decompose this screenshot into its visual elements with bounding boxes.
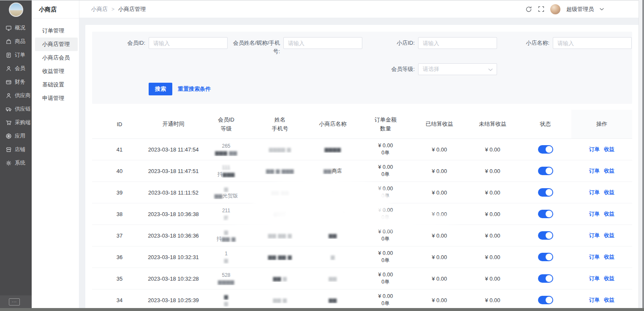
toggle-knob: [546, 168, 552, 174]
breadcrumb-item[interactable]: 小商店: [91, 5, 108, 13]
status-toggle[interactable]: [538, 188, 553, 197]
brand-logo[interactable]: [9, 3, 23, 17]
cell-id: 34: [92, 297, 147, 303]
action-link-earnings[interactable]: 收益: [604, 233, 614, 238]
sidebar-item-apps[interactable]: 应用: [0, 129, 32, 143]
scrollbar-track[interactable]: [639, 0, 642, 311]
sidebar-item-overview[interactable]: 概况: [0, 21, 32, 35]
member-id-input[interactable]: [149, 37, 228, 49]
sidebar-item-orders[interactable]: 订单: [0, 48, 32, 62]
refresh-icon[interactable]: [525, 6, 532, 13]
order-count: 0单: [358, 279, 413, 286]
action-link-orders[interactable]: 订单: [589, 211, 600, 217]
clipboard-icon: [5, 52, 12, 58]
action-link-orders[interactable]: 订单: [589, 297, 600, 303]
action-link-earnings[interactable]: 收益: [604, 211, 614, 217]
column-header-line: 手机号: [253, 125, 307, 133]
status-toggle[interactable]: [538, 210, 553, 218]
menu-item-3[interactable]: 收益管理: [32, 65, 79, 78]
sidebar-item-supply-chain[interactable]: 供应链: [0, 102, 32, 116]
member-level-select[interactable]: 请选择: [418, 63, 497, 75]
cell-shop: ▆: [307, 189, 358, 196]
column-header-4: 小商店名称: [307, 110, 358, 138]
order-amount: ¥ 0.00: [358, 207, 413, 214]
sidebar-item-suppliers[interactable]: 供应商: [0, 89, 32, 102]
order-count: 0单: [358, 149, 413, 157]
action-link-earnings[interactable]: 收益: [604, 276, 614, 281]
menu-item-1[interactable]: 小商店管理: [35, 38, 78, 51]
sidebar-item-members[interactable]: 会员: [0, 62, 32, 75]
sidebar-item-system[interactable]: 系统: [0, 156, 32, 170]
module-title: 小商店: [32, 0, 79, 19]
user-name[interactable]: 超级管理员: [566, 5, 594, 13]
reset-search-link[interactable]: 重置搜索条件: [178, 85, 211, 93]
redacted-text: ▆▆: [329, 276, 337, 281]
menu-item-5[interactable]: 申请管理: [32, 92, 79, 105]
action-link-earnings[interactable]: 收益: [604, 146, 614, 152]
action-link-orders[interactable]: 订单: [589, 276, 600, 281]
cell-line: 抖▆▆▆: [200, 171, 253, 178]
status-toggle[interactable]: [538, 231, 553, 240]
table-body: 412023-03-18 11:47:54265▆▆▆ ▆▆▆▆▆▆ ▆▆▆▆▆…: [92, 139, 632, 311]
action-link-earnings[interactable]: 收益: [604, 254, 614, 260]
menu-item-2[interactable]: 小商店会员: [32, 51, 79, 65]
cell-status: [519, 296, 571, 304]
chevron-down-icon[interactable]: [600, 8, 604, 11]
breadcrumb-separator: >: [111, 6, 114, 12]
cell-opened-at: 2023-03-18 10:32:31: [147, 254, 200, 260]
shop-id-input[interactable]: [418, 37, 497, 49]
action-link-orders[interactable]: 订单: [589, 189, 600, 195]
cell-line: ▆▆ ▆: [253, 297, 307, 303]
cell-unsettled: ¥ 0.00: [466, 211, 519, 217]
cell-unsettled: ¥ 0.00: [466, 146, 519, 153]
status-toggle[interactable]: [538, 167, 553, 175]
status-toggle[interactable]: [538, 296, 553, 304]
status-toggle[interactable]: [538, 145, 553, 154]
table-row: 352023-03-18 10:32:28528▆▆▆▆▆▆ ▆▆▆¥ 0.00…: [92, 268, 632, 289]
cell-member: 1▆: [200, 250, 253, 264]
redacted-text: ▆▆▆▆: [218, 279, 234, 285]
menu-item-0[interactable]: 订单管理: [32, 24, 79, 38]
header-right: 超级管理员: [525, 4, 604, 14]
redacted-text: ▆▆: [323, 168, 332, 174]
cell-name: ▆▆ ▆ ▆▆▆: [253, 168, 307, 174]
toggle-knob: [546, 211, 552, 217]
fullscreen-icon[interactable]: [538, 6, 544, 12]
action-link-orders[interactable]: 订单: [589, 168, 600, 174]
cell-line: 抖▆▆ ▆: [200, 235, 253, 242]
sidebar-item-goods[interactable]: 商品: [0, 35, 32, 48]
sidebar-item-label: 订单: [15, 51, 25, 59]
search-button[interactable]: 搜索: [149, 83, 172, 95]
sidebar-item-finance[interactable]: 财务: [0, 75, 32, 89]
sidebar-item-label: 系统: [15, 160, 25, 167]
action-link-orders[interactable]: 订单: [589, 254, 600, 260]
action-link-earnings[interactable]: 收益: [604, 168, 614, 174]
menu-item-4[interactable]: 基础设置: [32, 78, 79, 92]
action-link-orders[interactable]: 订单: [589, 233, 600, 238]
status-toggle[interactable]: [538, 274, 553, 283]
sidebar-item-label: 供应商: [15, 92, 31, 99]
action-link-earnings[interactable]: 收益: [604, 297, 614, 303]
primary-nav: 概况商品订单会员财务供应商供应链采购端应用店铺系统: [0, 21, 32, 170]
top-header: 小商店>小商店管理 超级管理员: [79, 0, 644, 18]
cell-order: ¥ 0.000单: [358, 185, 413, 200]
cell-line: 111: [200, 164, 253, 171]
storefront-icon: [5, 146, 12, 153]
cell-text: 1: [225, 251, 228, 257]
cell-line: ▆▆: [307, 232, 358, 239]
redacted-text: ▆▆ ▆: [222, 236, 236, 242]
collapse-menu-icon[interactable]: ···: [9, 298, 20, 306]
cell-unsettled: ¥ 0.00: [466, 233, 519, 239]
redacted-text: ▆: [281, 276, 287, 281]
member-name-input[interactable]: [283, 37, 362, 49]
sidebar-item-shops[interactable]: 店铺: [0, 143, 32, 156]
cell-line: ▆: [200, 293, 253, 300]
column-header-line: 会员ID: [200, 116, 253, 124]
action-link-orders[interactable]: 订单: [589, 146, 600, 152]
action-link-earnings[interactable]: 收益: [604, 189, 614, 195]
sidebar-item-procurement[interactable]: 采购端: [0, 116, 32, 129]
user-avatar[interactable]: [550, 4, 560, 14]
table-header-row: ID开通时间会员ID等级姓名手机号小商店名称订单金额数量已结算收益未结算收益状态…: [92, 110, 632, 139]
shop-name-input[interactable]: [553, 37, 632, 49]
status-toggle[interactable]: [538, 253, 553, 261]
